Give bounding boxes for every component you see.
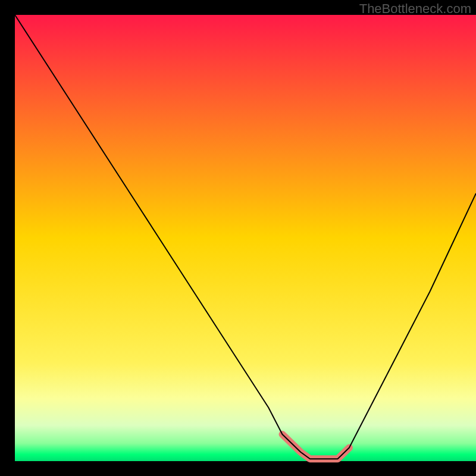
bottleneck-chart (0, 0, 476, 476)
watermark-text: TheBottleneck.com (359, 1, 471, 17)
plot-background (15, 15, 476, 461)
chart-container: TheBottleneck.com (0, 0, 476, 476)
